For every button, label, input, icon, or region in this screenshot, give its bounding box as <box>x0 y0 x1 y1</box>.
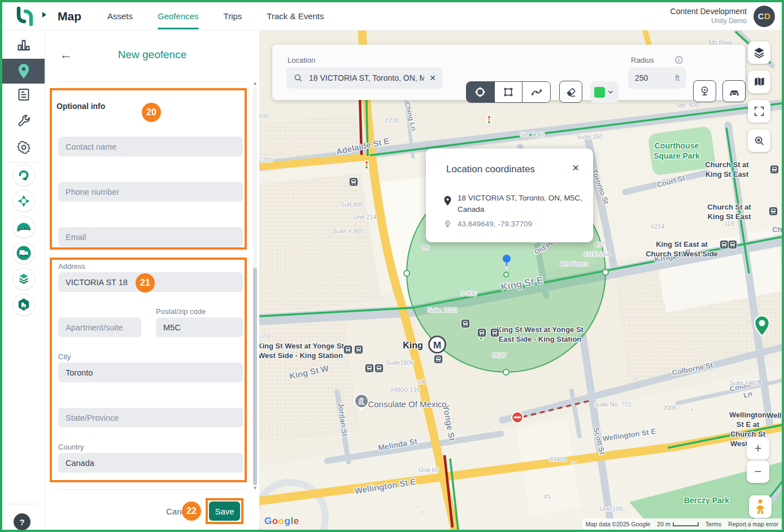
tab-assets[interactable]: Assets <box>107 2 133 30</box>
sidebar-item-settings[interactable] <box>16 139 32 155</box>
app-road-icon <box>15 219 32 236</box>
city-label: City <box>58 352 71 361</box>
popup-title: Location coordinates <box>446 164 535 175</box>
scroll-down-icon[interactable]: ▼ <box>252 485 258 491</box>
zoom-out-button[interactable]: − <box>747 460 769 483</box>
sidebar-item-maintenance[interactable] <box>16 114 31 129</box>
page-title: Map <box>58 10 81 23</box>
color-swatch <box>594 87 605 98</box>
polygon-tool-button[interactable] <box>495 82 523 102</box>
layers-button[interactable] <box>748 41 770 64</box>
tab-geofences[interactable]: Geofences <box>158 2 199 30</box>
popup-address: 18 VICTORIA ST, Toronto, ON, M5C,Canada <box>458 193 582 216</box>
zoom-area-button[interactable] <box>748 129 770 152</box>
fullscreen-icon <box>753 105 765 117</box>
map-icon <box>753 76 766 89</box>
footer-divider <box>56 489 246 490</box>
gear-icon <box>16 139 32 155</box>
brand-logo-icon <box>13 6 37 27</box>
tab-track-events[interactable]: Track & Events <box>267 2 324 30</box>
sidebar-app-road[interactable] <box>13 216 34 238</box>
streetview-icon <box>698 85 711 98</box>
map-data-text: Map data ©2025 Google <box>582 518 654 530</box>
panel-title: New geofence <box>45 49 259 61</box>
apartment-field[interactable]: Apartment/suite <box>58 317 141 337</box>
state-field[interactable]: State/Province <box>58 408 243 428</box>
postal-field[interactable]: M5C <box>156 317 243 337</box>
freeform-tool-icon <box>530 86 543 98</box>
app-logo[interactable] <box>2 2 47 30</box>
location-search-input[interactable]: 18 VICTORIA ST, Toronto, ON, M5... ✕ <box>286 67 443 89</box>
map-type-button[interactable] <box>748 71 770 93</box>
radius-input[interactable]: 250 ft <box>628 67 686 89</box>
map-canvas[interactable]: Adelaide St EChing LnKing St EKing St EK… <box>259 30 782 530</box>
app-frame: Map AssetsGeofencesTripsTrack & Events C… <box>0 0 784 532</box>
pin-icon <box>443 195 452 207</box>
eraser-button[interactable] <box>559 81 582 103</box>
google-logo: Google <box>264 516 299 527</box>
sidebar-item-reports[interactable] <box>16 87 31 102</box>
shape-tool-group <box>466 81 551 103</box>
optional-info-heading: Optional info <box>56 102 105 111</box>
sidebar-divider-bottom <box>8 504 39 504</box>
search-icon <box>293 73 304 84</box>
sidebar-app-forklift[interactable] <box>13 294 34 316</box>
sidebar-item-dashboard[interactable] <box>16 37 32 53</box>
app-swirl-icon <box>15 167 32 184</box>
optional-field-email[interactable]: Email <box>58 227 243 247</box>
map-scale: 20 m <box>654 518 702 530</box>
city-field[interactable]: Toronto <box>58 363 243 382</box>
streetview-button[interactable] <box>693 80 716 102</box>
sidebar-expand-icon[interactable] <box>42 12 46 18</box>
zoom-area-icon <box>753 134 765 147</box>
annotation-badge-20: 20 <box>142 103 161 122</box>
report-error-link[interactable]: Report a map error <box>725 518 782 530</box>
sidebar-app-compass[interactable] <box>13 190 34 212</box>
avatar[interactable]: CD <box>753 6 775 27</box>
map-graphics <box>259 30 782 530</box>
location-search-value: 18 VICTORIA ST, Toronto, ON, M5... <box>309 73 424 82</box>
circle-tool-icon <box>474 86 486 98</box>
geofence-toolbar: Location 18 VICTORIA ST, Toronto, ON, M5… <box>272 45 745 100</box>
color-picker-dropdown[interactable] <box>590 81 619 103</box>
layers-icon <box>752 46 766 59</box>
vehicle-button[interactable] <box>722 80 746 102</box>
radius-unit: ft <box>675 73 680 82</box>
tab-trips[interactable]: Trips <box>224 2 242 30</box>
scroll-up-icon[interactable]: ▲ <box>252 80 258 86</box>
location-label: Location <box>288 56 315 64</box>
radius-label: Radius <box>631 56 654 64</box>
bar-chart-icon <box>16 37 32 53</box>
country-label: Country <box>58 443 84 451</box>
pegman-button[interactable] <box>749 495 772 518</box>
top-bar: Map AssetsGeofencesTripsTrack & Events C… <box>2 2 782 30</box>
sidebar-app-swirl[interactable] <box>13 164 34 186</box>
optional-field-phone-number[interactable]: Phone number <box>58 182 243 202</box>
postal-label: Postal/zip code <box>156 307 206 316</box>
sidebar-item-map[interactable] <box>2 59 45 84</box>
wrench-icon <box>16 114 31 129</box>
sidebar-app-truck[interactable] <box>13 242 34 264</box>
location-pin-icon <box>16 63 31 79</box>
car-icon <box>728 85 741 98</box>
terms-link[interactable]: Terms <box>702 518 725 530</box>
app-stack-icon <box>15 271 32 287</box>
scrollbar-thumb[interactable] <box>253 268 257 485</box>
save-button[interactable]: Save <box>209 502 240 521</box>
popup-close-icon[interactable]: ✕ <box>572 163 580 173</box>
panel-divider <box>56 81 246 82</box>
address-label: Address <box>58 262 85 271</box>
clear-search-icon[interactable]: ✕ <box>429 73 436 82</box>
fullscreen-button[interactable] <box>748 100 770 123</box>
report-icon <box>16 87 31 102</box>
optional-field-contact-name[interactable]: Contact name <box>58 137 243 156</box>
popup-coordinates: 43.649649, -79.37709 <box>458 219 532 230</box>
help-button[interactable]: ? <box>14 513 31 530</box>
main-tabs: AssetsGeofencesTripsTrack & Events <box>107 2 324 30</box>
freeform-tool-button[interactable] <box>522 82 550 102</box>
app-forklift-icon <box>15 296 32 313</box>
country-field[interactable]: Canada <box>58 453 243 473</box>
circle-tool-button[interactable] <box>467 82 495 102</box>
sidebar-app-stack[interactable] <box>13 268 34 290</box>
zoom-in-button[interactable]: + <box>747 437 769 460</box>
